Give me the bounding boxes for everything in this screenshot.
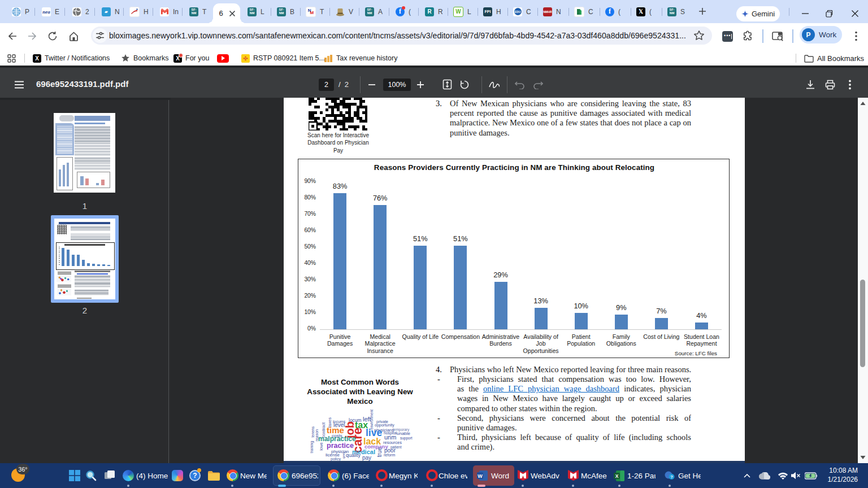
svg-text:W: W [478, 473, 483, 479]
svg-text:?: ? [670, 474, 673, 480]
svg-text:X: X [615, 473, 619, 479]
